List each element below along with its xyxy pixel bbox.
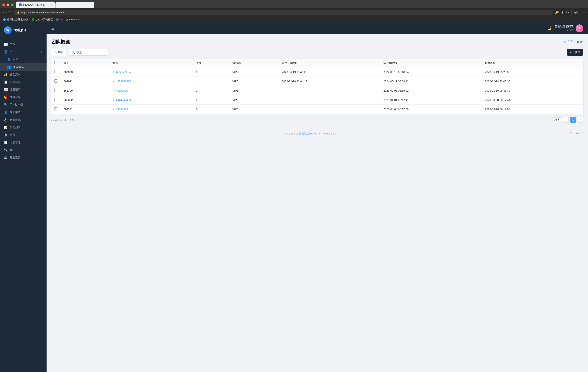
sidebar-item-internal-user[interactable]: 👤 内部用户 <box>0 109 47 116</box>
sidebar-item-home[interactable]: 📊 主页 <box>0 40 47 48</box>
sidebar-item-user-group[interactable]: 👤 用户 ∨ <box>0 48 47 56</box>
sidebar-item-finance[interactable]: 📈 理财记录 <box>0 86 47 93</box>
sidebar: 管 管理后台 📊 主页 👤 用户 ∨ 👤 用户 👥 团队概览 💰 <box>0 22 47 372</box>
footer-link[interactable]: 天美社区timibbs.net <box>299 132 321 135</box>
sidebar-item-agent[interactable]: 📝 代理列表 <box>0 124 47 131</box>
add-button[interactable]: + + 新增 <box>567 49 583 56</box>
col-header-account: 账号 <box>110 59 193 67</box>
chevron-right-icon: › <box>42 141 43 144</box>
system-icon: 🔧 <box>4 148 8 152</box>
row-checkbox[interactable] <box>54 80 57 82</box>
sidebar-item-ip[interactable]: 🔍 用户ip检测 <box>0 101 47 109</box>
browser-chrome: REMDO | 团队概览 × + ‹ › ↻ 🔒 https://dianzan… <box>0 0 588 22</box>
new-tab-button[interactable]: + <box>55 2 94 8</box>
table-row: 661992 ∨ 4488888888 1 VIP5 2022-12-18 22… <box>51 77 583 86</box>
col-header-vip-expire: Vip到期时间 <box>380 59 482 67</box>
prev-page-button[interactable]: ‹ <box>563 117 569 123</box>
table-header-row: 编号 ↑ 账号 直推 VIP等级 首次升级时间 Vip到期时间 创建时间 <box>51 59 583 67</box>
tab-close-button[interactable]: × <box>50 3 52 6</box>
topbar-right: 🌙 天美社区源码网 ● 在线 T <box>547 24 583 32</box>
account-number[interactable]: 44445454545 <box>116 98 132 101</box>
maximize-window-button[interactable] <box>11 3 14 6</box>
row-vip-expire: 2024-05-19 08:08:12 <box>380 77 482 86</box>
refresh-button[interactable]: ↻ 刷新 <box>51 49 67 56</box>
avatar: T <box>576 24 583 32</box>
tab-title: REMDO | 团队概览 <box>23 3 45 7</box>
row-checkbox[interactable] <box>54 89 57 92</box>
bookmark-item[interactable]: TG：@tianmeibbs <box>56 18 81 21</box>
row-created: 2022-12-14 22:08:38 <box>482 77 583 86</box>
account-number[interactable]: 4412349654 <box>116 70 130 74</box>
config-icon: ⚙️ <box>4 133 8 137</box>
sidebar-item-recharge[interactable]: ⚓ 充值提现 › <box>0 116 47 124</box>
sidebar-item-lottery[interactable]: 🎁 抽奖记录 <box>0 93 47 101</box>
minimize-window-button[interactable] <box>7 3 9 6</box>
expand-button[interactable]: ∨ <box>113 108 115 111</box>
sidebar-item-config[interactable]: ⚙️ 配置 › <box>0 131 47 139</box>
row-checkbox[interactable] <box>54 107 57 111</box>
breadcrumb-home-link[interactable]: 🏠 主页 <box>563 40 573 44</box>
reload-button[interactable]: ↻ <box>9 10 11 15</box>
app: 管 管理后台 📊 主页 👤 用户 ∨ 👤 用户 👥 团队概览 💰 <box>0 22 588 372</box>
row-vip: VIP0 <box>229 105 279 114</box>
bookmark-label: 认准->天美社区 <box>35 18 53 21</box>
account-number[interactable]: 88888888 <box>116 108 128 111</box>
sidebar-item-funds[interactable]: 💰 资金流水 <box>0 71 47 78</box>
update-button[interactable]: 更新 <box>571 10 581 15</box>
topbar-user: 天美社区源码网 ● 在线 T <box>555 24 583 32</box>
sidebar-title: 管理后台 <box>14 28 26 32</box>
browser-url-bar[interactable]: 🔒 https://dianzan.timibbs.vip/timibbs/te… <box>14 10 553 15</box>
row-id: 662301 <box>61 105 110 114</box>
sidebar-item-content[interactable]: 📄 内容管理 › <box>0 139 47 146</box>
sidebar-item-system[interactable]: 🔧 系统 › <box>0 146 47 154</box>
row-checkbox-cell <box>51 86 61 95</box>
sidebar-item-label: 用户 <box>13 58 43 61</box>
sidebar-item-devtools[interactable]: 💻 开发工具 › <box>0 154 47 161</box>
menu-icon[interactable]: ≡ <box>583 11 585 14</box>
sidebar-item-label: 系统 <box>10 148 40 152</box>
bookmark-icon <box>56 18 59 21</box>
browser-tab[interactable]: REMDO | 团队概览 × <box>16 1 55 8</box>
ip-icon: 🔍 <box>4 103 8 107</box>
theme-toggle-button[interactable]: 🌙 <box>547 26 552 30</box>
topbar-user-info: 天美社区源码网 ● 在线 <box>555 25 574 32</box>
close-window-button[interactable] <box>2 3 5 6</box>
menu-toggle-button[interactable]: ☰ <box>51 26 55 30</box>
expand-button[interactable]: ∨ <box>113 99 115 101</box>
row-account: ∨ 44000000 <box>110 86 193 95</box>
tab-favicon <box>19 3 22 6</box>
forward-button[interactable]: › <box>6 10 7 15</box>
expand-button[interactable]: ∨ <box>113 80 115 83</box>
page-1-button[interactable]: 1 <box>570 117 576 123</box>
back-button[interactable]: ‹ <box>3 10 4 15</box>
chevron-right-icon: › <box>42 156 43 159</box>
agent-icon: 📝 <box>4 126 8 129</box>
table-row: 662303 > 4412349654 0 VIP2 2023-06-19 05… <box>51 67 583 77</box>
sidebar-item-team[interactable]: 👥 团队概览 <box>0 63 47 71</box>
account-number[interactable]: 4488888888 <box>116 80 131 83</box>
expand-button[interactable]: ∨ <box>113 89 115 92</box>
row-vip-expire: 2023-02-06 08:35:42 <box>380 86 482 95</box>
row-checkbox[interactable] <box>54 70 57 73</box>
page-size-select[interactable]: 20 ∧ <box>552 117 561 122</box>
next-page-button[interactable]: › <box>578 117 583 123</box>
content-icon: 📄 <box>4 141 8 144</box>
account-number[interactable]: 44000000 <box>116 89 128 92</box>
orders-icon: 📋 <box>4 80 8 84</box>
sidebar-item-orders[interactable]: 📋 刷单记录 <box>0 78 47 86</box>
sidebar-item-user[interactable]: 👤 用户 <box>0 56 47 63</box>
sidebar-item-label: 代理列表 <box>10 126 43 129</box>
select-all-checkbox[interactable] <box>54 61 57 64</box>
search-input[interactable] <box>76 51 105 54</box>
lock-icon: 🔒 <box>17 11 20 14</box>
team-icon: 👥 <box>7 65 11 69</box>
traffic-lights <box>2 3 14 6</box>
breadcrumb-separator: / <box>574 40 575 43</box>
bookmark-item[interactable]: 认准->天美社区 <box>32 18 53 21</box>
row-checkbox[interactable] <box>54 98 57 101</box>
browser-address-bar: ‹ › ↻ 🔒 https://dianzan.timibbs.vip/timi… <box>0 8 588 17</box>
sidebar-item-label: 刷单记录 <box>10 80 43 84</box>
expand-button[interactable]: > <box>113 71 114 73</box>
bookmark-item[interactable]: 程序搭建/开发/修复 <box>3 18 29 21</box>
col-header-id[interactable]: 编号 ↑ <box>61 59 110 67</box>
